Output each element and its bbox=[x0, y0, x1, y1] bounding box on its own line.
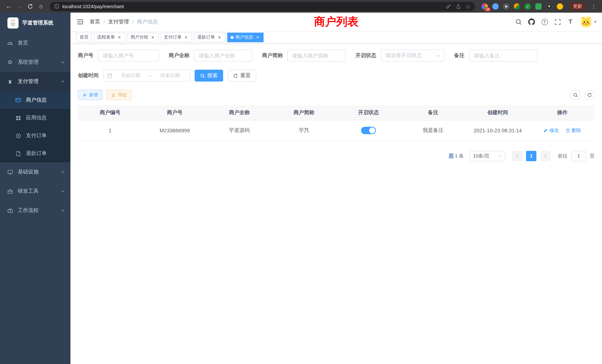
col-header-remark: 备注 bbox=[401, 105, 466, 120]
short-name-input[interactable] bbox=[287, 50, 346, 62]
breadcrumb-payment[interactable]: 支付管理 bbox=[108, 19, 129, 25]
merchant-no-input[interactable] bbox=[98, 50, 159, 62]
browser-reload-button[interactable] bbox=[25, 1, 35, 11]
question-icon: ? bbox=[541, 19, 548, 25]
export-button[interactable]: 导出 bbox=[106, 90, 132, 100]
tab-user-group[interactable]: 用户分组 × bbox=[127, 32, 159, 42]
refresh-table-button[interactable] bbox=[584, 90, 595, 100]
sidebar-item-infrastructure[interactable]: 基础设施 bbox=[0, 162, 70, 182]
fullscreen-button[interactable] bbox=[553, 17, 562, 26]
refresh-icon bbox=[233, 73, 238, 78]
status-select[interactable]: 请选择开启状态 bbox=[381, 50, 444, 62]
browser-home-button[interactable]: ⌂ bbox=[36, 1, 46, 11]
tab-refund-orders[interactable]: 退款订单 × bbox=[194, 32, 225, 42]
sidebar-item-system-management[interactable]: ⚙ 系统管理 bbox=[0, 53, 70, 72]
page-size-select[interactable]: 10条/页 bbox=[470, 151, 505, 161]
sidebar-item-refund-orders[interactable]: 退款订单 bbox=[0, 145, 70, 162]
search-submit-button[interactable]: 搜索 bbox=[195, 70, 223, 82]
toolbox-icon bbox=[7, 189, 13, 194]
status-toggle[interactable] bbox=[361, 127, 376, 134]
bookmark-star-icon[interactable]: ☆ bbox=[465, 3, 470, 9]
extension-icon-7[interactable]: ✻ bbox=[546, 3, 552, 10]
hide-search-button[interactable] bbox=[570, 90, 580, 100]
cell-short-name: 芋艿 bbox=[272, 120, 336, 141]
extension-icon-3[interactable] bbox=[503, 3, 509, 10]
chevron-down-icon bbox=[436, 54, 440, 58]
prev-page-button[interactable] bbox=[512, 151, 522, 161]
close-icon[interactable]: × bbox=[217, 35, 222, 40]
close-icon[interactable]: × bbox=[255, 35, 260, 40]
sidebar-item-home[interactable]: 首页 bbox=[0, 33, 70, 53]
close-icon[interactable]: × bbox=[117, 35, 122, 40]
sidebar-toggle-button[interactable] bbox=[70, 18, 90, 26]
sidebar-item-label: 支付订单 bbox=[26, 132, 47, 139]
edit-link[interactable]: 修改 bbox=[543, 127, 559, 134]
app-logo[interactable]: 芋道管理系统 bbox=[0, 13, 70, 33]
filter-row-2: 创建时间 开始日期 - 结束日期 搜索 重置 bbox=[78, 70, 595, 82]
goto-page-input[interactable] bbox=[571, 151, 586, 161]
sidebar-item-payment-orders[interactable]: 支付订单 bbox=[0, 127, 70, 145]
download-icon bbox=[111, 93, 116, 97]
hamburger-icon bbox=[76, 18, 84, 26]
browser-forward-button[interactable]: → bbox=[14, 1, 24, 11]
browser-menu-button[interactable]: ⋮ bbox=[589, 3, 598, 10]
sidebar-item-workflow[interactable]: 工作流程 bbox=[0, 201, 70, 220]
search-button[interactable] bbox=[514, 17, 523, 26]
date-end-placeholder: 结束日期 bbox=[154, 72, 186, 79]
cell-remark: 我是备注 bbox=[401, 120, 466, 141]
document-icon bbox=[15, 151, 22, 156]
navbar-actions: ? T bbox=[514, 16, 602, 27]
page-number-button[interactable]: 1 bbox=[526, 151, 536, 161]
github-button[interactable] bbox=[527, 17, 536, 26]
col-header-full-name: 商户全称 bbox=[207, 105, 272, 120]
browser-update-button[interactable]: 更新 bbox=[569, 2, 586, 11]
sidebar-item-label: 基础设施 bbox=[18, 169, 39, 175]
chevron-down-icon bbox=[61, 170, 65, 174]
password-key-icon[interactable] bbox=[446, 4, 451, 9]
add-button[interactable]: 新增 bbox=[78, 90, 103, 100]
extension-icon-1[interactable]: 10 bbox=[482, 3, 488, 10]
refresh-icon bbox=[587, 93, 592, 97]
sidebar-item-payment-management[interactable]: ¥ 支付管理 bbox=[0, 72, 70, 91]
sidebar-item-dev-tools[interactable]: 研发工具 bbox=[0, 182, 70, 201]
tab-merchant-info[interactable]: 商户信息 × bbox=[227, 32, 264, 42]
sidebar-item-merchant-info[interactable]: 商户信息 bbox=[0, 91, 70, 109]
full-name-input[interactable] bbox=[194, 50, 252, 62]
extension-icon-2[interactable] bbox=[492, 3, 499, 10]
user-menu[interactable] bbox=[580, 16, 597, 27]
address-bar[interactable]: localhost:1024/pay/merchant ☆ bbox=[50, 2, 475, 11]
close-icon[interactable]: × bbox=[183, 35, 189, 40]
github-icon bbox=[528, 19, 535, 25]
next-page-button[interactable] bbox=[540, 151, 550, 161]
status-label: 开启状态 bbox=[355, 52, 376, 59]
extension-icon-6[interactable] bbox=[535, 3, 542, 10]
tab-home[interactable]: 首页 bbox=[76, 32, 92, 42]
tab-label: 退款订单 bbox=[197, 34, 215, 40]
date-range-picker[interactable]: 开始日期 - 结束日期 bbox=[103, 70, 190, 82]
reset-button[interactable]: 重置 bbox=[228, 70, 256, 82]
extension-icon-5[interactable]: ✓ bbox=[525, 3, 531, 10]
sidebar-item-label: 应用信息 bbox=[26, 115, 47, 121]
site-info-icon[interactable] bbox=[54, 4, 59, 9]
tab-payment-orders[interactable]: 支付订单 × bbox=[161, 32, 192, 42]
cell-id: 1 bbox=[78, 120, 142, 141]
font-size-button[interactable]: T bbox=[566, 17, 575, 26]
page-unit-label: 页 bbox=[590, 152, 595, 159]
sidebar-item-app-info[interactable]: 应用信息 bbox=[0, 109, 70, 127]
sidebar-item-label: 工作流程 bbox=[18, 207, 39, 214]
share-icon[interactable] bbox=[456, 4, 461, 9]
extension-icon-4[interactable] bbox=[514, 3, 520, 10]
tab-process-form[interactable]: 流程表单 × bbox=[94, 32, 125, 42]
close-icon[interactable]: × bbox=[150, 35, 155, 40]
cell-create-time: 2021-10-23 08:31:14 bbox=[465, 120, 530, 141]
sidebar-item-label: 商户信息 bbox=[26, 97, 47, 103]
help-button[interactable]: ? bbox=[540, 17, 549, 26]
fullscreen-icon bbox=[554, 19, 561, 25]
status-select-placeholder: 请选择开启状态 bbox=[386, 52, 422, 59]
browser-back-button[interactable]: ← bbox=[4, 1, 14, 11]
grid-icon bbox=[15, 115, 22, 121]
remark-input[interactable] bbox=[469, 50, 538, 62]
delete-link[interactable]: 删除 bbox=[566, 127, 581, 134]
breadcrumb-home[interactable]: 首页 bbox=[90, 19, 100, 25]
extension-icon-8[interactable] bbox=[557, 3, 563, 10]
